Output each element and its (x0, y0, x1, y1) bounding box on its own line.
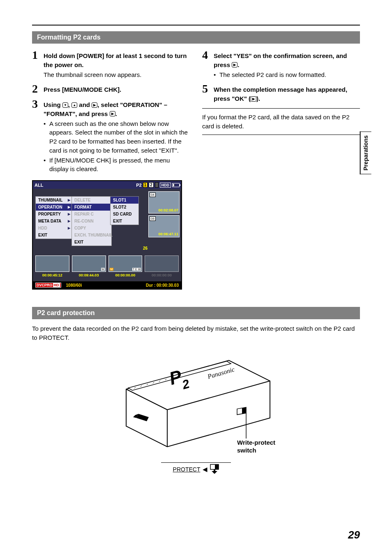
side-tab: Preparations (360, 132, 371, 174)
step-number: 3 (32, 97, 44, 174)
step-5: 5 When the completion message has appear… (202, 82, 360, 104)
thumbnail[interactable]: 00:00:00:00 (145, 255, 179, 272)
step-2: 2 Press [MENU/MODE CHK]. (32, 82, 190, 95)
divider (202, 108, 360, 109)
menu-item[interactable]: RE-CONN (72, 218, 111, 225)
section-heading-protection: P2 card protection (32, 307, 360, 319)
thumbnail[interactable]: 00:00:45:12 (35, 255, 69, 272)
up-icon: ▲ (71, 102, 77, 108)
slot-1-chip: 1 (143, 182, 148, 188)
txt: When the completion message has appeared… (214, 86, 347, 102)
dvcpro-badge: DVCPROHD (35, 283, 61, 288)
menu-item[interactable]: THUMBNAIL▶ (36, 197, 73, 204)
menu-item[interactable]: SLOT1 (111, 197, 138, 204)
slot-blank-chip (155, 182, 159, 188)
note-text: If you format the P2 card, all the data … (202, 113, 360, 131)
menu-item[interactable]: SLOT2 (111, 204, 138, 211)
section-heading-formatting: Formatting P2 cards (32, 31, 360, 44)
timecode: 00:00:45:12 (36, 273, 69, 277)
menu-item[interactable]: FORMAT (72, 204, 111, 211)
thumbnail[interactable]: 08 00:06:47.11 (148, 215, 180, 237)
play-icon: ▶ (92, 102, 97, 108)
thumbnail[interactable]: 04 00:02:08.07 (148, 191, 180, 214)
txt: and (77, 101, 92, 108)
step-number: 2 (32, 82, 44, 95)
write-protect-label: Write-protectswitch (237, 439, 275, 455)
device-screenshot: ALL P2 1 2 HDD THUMBNAIL▶ OPERATION▶ P (32, 180, 182, 290)
timecode: 00:00:00.00 (109, 273, 142, 277)
slider-icon (210, 464, 219, 475)
menu-item[interactable]: EXIT (36, 232, 73, 239)
format-label: 1080/60i (66, 283, 82, 288)
menu-level-3: SLOT1 SLOT2 SD CARD EXIT (110, 196, 139, 225)
timecode: 00:00:00:00 (145, 273, 178, 277)
svg-marker-21 (212, 471, 217, 474)
menu-item[interactable]: EXCH. THUMBNAIL (72, 232, 111, 239)
protect-detail: PROTECT ◀ (161, 462, 231, 475)
step-plain-text: The thumbnail screen now appears. (44, 70, 190, 79)
step-3: 3 Using ▼, ▲ and ▶, select "OPERATION" –… (32, 97, 190, 174)
step-bold-text: Using ▼, ▲ and ▶, select "OPERATION" – "… (44, 100, 190, 118)
p2-label: P2 (136, 183, 141, 188)
step-4: 4 Select "YES" on the confirmation scree… (202, 49, 360, 80)
protect-text: PROTECT (173, 466, 201, 473)
menu-level-2: DELETE FORMAT REPAIR C RE-CONN COPY EXCH… (71, 196, 112, 246)
play-icon: ▶ (110, 111, 115, 116)
thumbnail[interactable]: W00:09:44.03 (72, 255, 106, 272)
menu-level-1: THUMBNAIL▶ OPERATION▶ PROPERTY▶ META DAT… (35, 196, 73, 239)
bullet-item: A screen such as the one shown below now… (44, 119, 190, 155)
menu-item[interactable]: HDD▶ (36, 225, 73, 232)
clip-tag: 08 (150, 216, 156, 221)
page-number: 29 (348, 529, 360, 541)
step-bold-text: When the completion message has appeared… (214, 85, 360, 103)
clip-tag: 04 (150, 193, 156, 197)
thumbnail[interactable]: MT E W00:00:00.00 (108, 255, 143, 272)
txt: . (238, 61, 239, 68)
svg-rect-20 (215, 464, 219, 469)
step-bold-text: Press [MENU/MODE CHK]. (44, 85, 190, 94)
step-number: 5 (202, 82, 214, 104)
timecode: 00:09:44.03 (72, 273, 106, 277)
menu-item[interactable]: EXIT (72, 239, 111, 246)
svg-rect-17 (242, 407, 246, 414)
p2-card-icon: Panasonic P 2 (114, 352, 278, 451)
menu-item[interactable]: EXIT (111, 218, 138, 225)
right-column: 4 Select "YES" on the confirmation scree… (202, 49, 360, 290)
txt: ). (256, 95, 260, 102)
menu-item[interactable]: COPY (72, 225, 111, 232)
bullet-item: The selected P2 card is now formatted. (214, 70, 360, 79)
svg-rect-22 (214, 469, 215, 471)
left-column: 1 Hold down [POWER] for at least 1 secon… (32, 49, 190, 290)
menu-item[interactable]: REPAIR C (72, 211, 111, 218)
flag: W (101, 268, 105, 271)
step-1: 1 Hold down [POWER] for at least 1 secon… (32, 49, 190, 80)
down-icon: ▼ (62, 102, 68, 108)
slot-2-chip: 2 (149, 182, 154, 188)
p2-card-figure: Panasonic P 2 Write-protectswitch PR (32, 352, 360, 475)
txt: Using (44, 101, 62, 108)
flag: T E W (132, 268, 141, 271)
step-number: 1 (32, 49, 44, 80)
step-bold-text: Select "YES" on the confirmation screen,… (214, 51, 360, 70)
battery-icon (172, 183, 180, 187)
ss-title: ALL (35, 183, 43, 188)
menu-item[interactable]: META DATA▶ (36, 218, 73, 225)
play-icon: ▶ (232, 62, 238, 67)
menu-item[interactable]: DELETE (72, 197, 111, 204)
left-arrow-icon: ◀ (203, 466, 208, 473)
menu-item[interactable]: PROPERTY▶ (36, 211, 73, 218)
menu-item[interactable]: OPERATION▶ (36, 204, 73, 211)
play-icon: ▶ (251, 96, 256, 102)
timecode: 00:02:08.07 (158, 208, 178, 212)
duration-label: Dur : 00:00:30.03 (146, 283, 179, 288)
flag: M (110, 268, 114, 271)
menu-item[interactable]: SD CARD (111, 211, 138, 218)
hdd-label: HDD (160, 183, 171, 188)
top-rule (32, 25, 360, 26)
protection-text: To prevent the data recorded on the P2 c… (32, 324, 360, 342)
corner-number: 26 (143, 246, 148, 251)
divider (202, 135, 360, 135)
bullet-item: If [MENU/MODE CHK] is pressed, the menu … (44, 156, 190, 174)
svg-marker-0 (126, 360, 270, 447)
txt: , (68, 101, 71, 108)
